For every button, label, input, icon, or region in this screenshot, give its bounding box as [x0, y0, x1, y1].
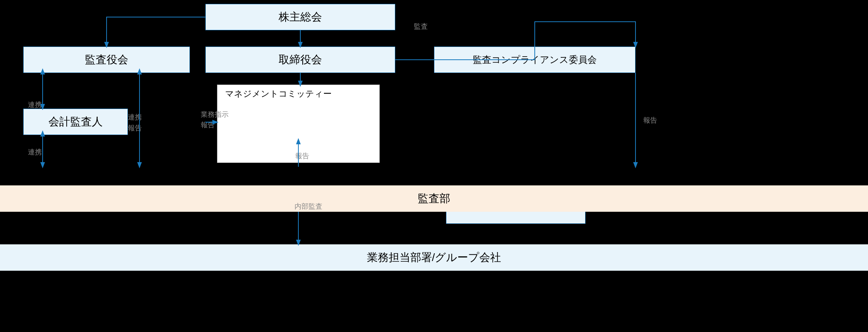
kansabu-label: 監査部 — [418, 191, 450, 206]
label-hokoku2: 報告 — [201, 120, 215, 130]
label-renraku2: 連携 — [128, 112, 142, 122]
gyomu-label: 業務担当部署/グループ会社 — [367, 250, 501, 265]
label-hokoku4: 報告 — [643, 116, 657, 125]
kansabu-band: 監査部 — [0, 185, 868, 212]
org-chart-diagram: 株主総会 監査役会 取締役会 監査コンプライアンス委員会 会計監査人 マネジメン… — [0, 0, 868, 332]
gyomu-band: 業務担当部署/グループ会社 — [0, 244, 868, 271]
kaikei-label: 会計監査人 — [48, 114, 103, 129]
torishimariyaku-box: 取締役会 — [205, 47, 395, 73]
kansa-compliance-box: 監査コンプライアンス委員会 — [434, 47, 636, 73]
label-naibu-kansa: 内部監査 — [294, 202, 322, 211]
management-label: マネジメントコミッティー — [221, 88, 376, 100]
label-kansa1: 監査 — [414, 22, 428, 31]
label-renraku3: 連携 — [28, 147, 42, 157]
line-shareholders-to-kansayaku — [107, 17, 205, 47]
kansa-compliance-label: 監査コンプライアンス委員会 — [473, 54, 597, 66]
kansayaku-label: 監査役会 — [85, 52, 128, 67]
label-gyomu-shiji: 業務指示 — [201, 110, 229, 119]
label-renraku1: 連携 — [28, 100, 42, 109]
kaikei-box: 会計監査人 — [23, 109, 128, 135]
torishimariyaku-label: 取締役会 — [279, 52, 322, 67]
kansayaku-box: 監査役会 — [23, 47, 190, 73]
shareholders-label: 株主総会 — [279, 10, 322, 24]
label-hokoku3: 報告 — [295, 151, 309, 161]
shareholders-box: 株主総会 — [205, 4, 395, 30]
label-hokoku1: 報告 — [128, 123, 142, 133]
